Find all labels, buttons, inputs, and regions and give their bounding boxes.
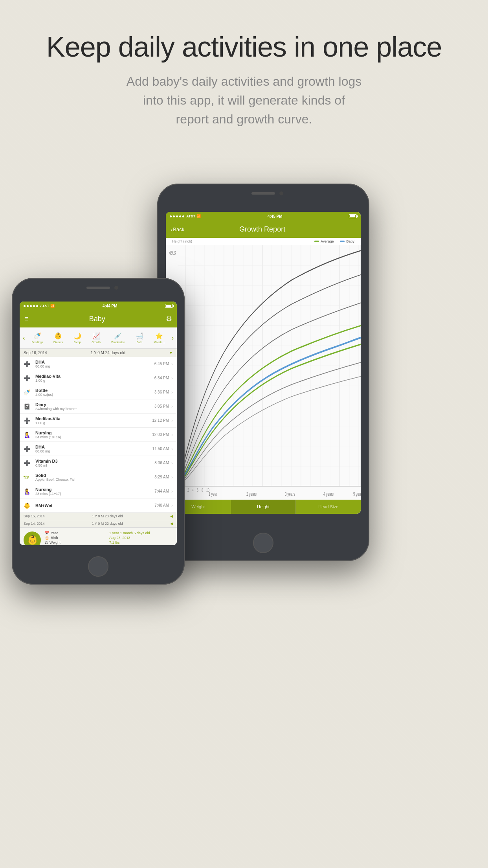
tab-milestones[interactable]: ⭐ Milesto...: [154, 332, 165, 344]
arrow-sep15: ◀: [170, 514, 173, 518]
weight-label: ⚖ Weight: [45, 541, 108, 544]
tab-arrow-right[interactable]: ›: [170, 335, 175, 342]
activity-item-dha1[interactable]: ➕ DHA 80.00 mg 6:45 PM ›: [20, 357, 177, 371]
app-title-left: Baby: [89, 315, 105, 323]
activity-time-bottle: 3:36 PM: [154, 390, 169, 394]
chevron-medilac2: ›: [171, 418, 173, 423]
chevron-bmwet: ›: [171, 503, 173, 508]
tab-head-size-label: Head Size: [318, 504, 338, 509]
activity-item-nursing1[interactable]: 🤱 Nursing 34 mins (18+16) 12:00 PM ›: [20, 428, 177, 442]
activity-icon-dha1: ➕: [24, 361, 32, 367]
wifi-icon-right: 📶: [196, 214, 201, 218]
activity-item-bottle[interactable]: 🍼 Bottle 4.00 oz(us) 3:36 PM ›: [20, 385, 177, 399]
birth-icon: 🎂: [45, 536, 49, 540]
activity-name-vitamind: Vitamin D3: [35, 459, 154, 463]
phones-container: AT&T 📶 4:44 PM ≡ Baby ⚙ ‹ 🍼: [0, 152, 488, 781]
tab-growth[interactable]: 📈 Growth: [92, 332, 101, 344]
chevron-solid: ›: [171, 474, 173, 480]
tab-feedings-label: Feedings: [32, 341, 43, 344]
birth-value: Aug 23, 2013: [109, 536, 173, 540]
legend-label-baby: Baby: [346, 239, 354, 243]
tab-arrow-left[interactable]: ‹: [21, 335, 26, 342]
activity-name-nursing2: Nursing: [35, 487, 154, 492]
header-subtitle: Add baby's daily activities and growth l…: [0, 72, 488, 129]
signal-dot-r: [176, 215, 178, 217]
activity-item-nursing2[interactable]: 🤱 Nursing 28 mins (11+17) 7:44 AM ›: [20, 484, 177, 498]
tab-sleep[interactable]: 🌙 Sleep: [73, 332, 81, 344]
tab-sleep-label: Sleep: [74, 341, 81, 344]
activity-icon-bottle: 🍼: [24, 389, 32, 395]
home-button-right[interactable]: [253, 533, 273, 553]
activity-time-bmwet: 7:40 AM: [154, 503, 169, 508]
settings-icon[interactable]: ⚙: [166, 314, 172, 323]
activity-item-solid[interactable]: 🍽 Solid Apple, Beef, Cheese, Fish 8:29 A…: [20, 470, 177, 484]
chevron-dha2: ›: [171, 446, 173, 452]
activity-item-dha2[interactable]: ➕ DHA 80.00 mg 11:50 AM ›: [20, 442, 177, 456]
legend-baby: Baby: [340, 239, 354, 243]
activity-detail-solid: Apple, Beef, Cheese, Fish: [35, 478, 154, 482]
phone-camera-right: [279, 191, 283, 195]
signal-dot-r: [182, 215, 184, 217]
tab-diapers-label: Diapers: [53, 341, 63, 344]
home-button-left[interactable]: [88, 556, 108, 577]
phone-speaker-right: [251, 192, 275, 195]
carrier-left: AT&T: [40, 304, 49, 308]
growth-navbar: ‹ Back Growth Report: [166, 221, 361, 238]
age-main: 1 Y 0 M 24 days old: [91, 351, 125, 355]
svg-text:5 years: 5 years: [353, 491, 361, 497]
tab-vaccination-label: Vaccination: [111, 341, 125, 344]
time-right: 4:45 PM: [268, 214, 283, 219]
activity-item-bmwet[interactable]: 👶 BM+Wet 7:40 AM ›: [20, 498, 177, 513]
phone-screen-left: AT&T 📶 4:44 PM ≡ Baby ⚙ ‹ 🍼: [20, 302, 177, 545]
year-value: 1 year 1 month 5 days old: [109, 531, 173, 535]
activity-detail-medilac2: 1.00 g: [35, 421, 152, 425]
signal-dot-r: [170, 215, 172, 217]
activity-item-diary[interactable]: 📓 Diary Swimming with my brother 3:05 PM…: [20, 399, 177, 414]
activity-info-diary: Diary Swimming with my brother: [35, 402, 154, 411]
tab-vaccination[interactable]: 💉 Vaccination: [111, 332, 125, 344]
baby-avatar: 👶: [24, 531, 41, 545]
activity-time-medilac2: 12:12 PM: [152, 418, 169, 423]
bath-icon: 🛁: [136, 332, 143, 340]
menu-icon[interactable]: ≡: [24, 315, 29, 323]
date-main: Sep 16, 2014: [24, 351, 47, 355]
tab-diapers[interactable]: 👶 Diapers: [53, 332, 63, 344]
activity-item-medilac2[interactable]: ➕ Medilac-Vita 1.00 g 12:12 PM ›: [20, 414, 177, 428]
activity-info-nursing2: Nursing 28 mins (11+17): [35, 487, 154, 496]
battery-fill-right: [350, 215, 355, 217]
activity-icon-diary: 📓: [24, 403, 32, 410]
activity-icon-bmwet: 👶: [24, 502, 32, 509]
tab-head-size[interactable]: Head Size: [296, 500, 361, 514]
tab-height[interactable]: Height: [231, 500, 296, 514]
activity-name-nursing1: Nursing: [35, 430, 152, 435]
activity-info-dha2: DHA 80.00 mg: [35, 445, 152, 453]
tab-weight-label: Weight: [191, 504, 205, 509]
activity-info-nursing1: Nursing 34 mins (18+16): [35, 430, 152, 439]
signal-dot: [33, 305, 35, 307]
tab-feedings[interactable]: 🍼 Feedings: [32, 332, 43, 344]
age-sep15: 1 Y 0 M 23 days old: [92, 514, 123, 518]
svg-text:6: 6: [197, 487, 198, 493]
activity-name-solid: Solid: [35, 473, 154, 478]
activity-item-medilac1[interactable]: ➕ Medilac-Vita 1.00 g 6:34 PM ›: [20, 371, 177, 385]
tab-growth-label: Growth: [92, 341, 101, 344]
activity-detail-diary: Swimming with my brother: [35, 407, 154, 411]
activity-time-nursing1: 12:00 PM: [152, 432, 169, 437]
activity-time-dha2: 11:50 AM: [152, 447, 169, 451]
app-navbar-left: ≡ Baby ⚙: [20, 310, 177, 327]
activity-info-vitamind: Vitamin D3 0.50 ml: [35, 459, 154, 467]
activity-detail-nursing2: 28 mins (11+17): [35, 492, 154, 496]
signal-dot: [36, 305, 38, 307]
activity-item-vitamind[interactable]: ➕ Vitamin D3 0.50 ml 8:36 AM ›: [20, 456, 177, 470]
legend-dot-average: [314, 241, 319, 242]
back-button[interactable]: ‹ Back: [171, 226, 184, 232]
weight-icon: ⚖: [45, 541, 48, 544]
date-row-sep14: Sep 14, 2014 1 Y 0 M 22 days old ◀: [20, 520, 177, 528]
chevron-bottle: ›: [171, 390, 173, 395]
svg-text:2: 2: [187, 487, 189, 493]
activity-time-nursing2: 7:44 AM: [154, 489, 169, 493]
status-bar-left: AT&T 📶 4:44 PM: [20, 302, 177, 310]
activity-icon-vitamind: ➕: [24, 460, 32, 466]
tab-bath[interactable]: 🛁 Bath: [136, 332, 143, 344]
activity-time-medilac1: 6:34 PM: [154, 376, 169, 380]
